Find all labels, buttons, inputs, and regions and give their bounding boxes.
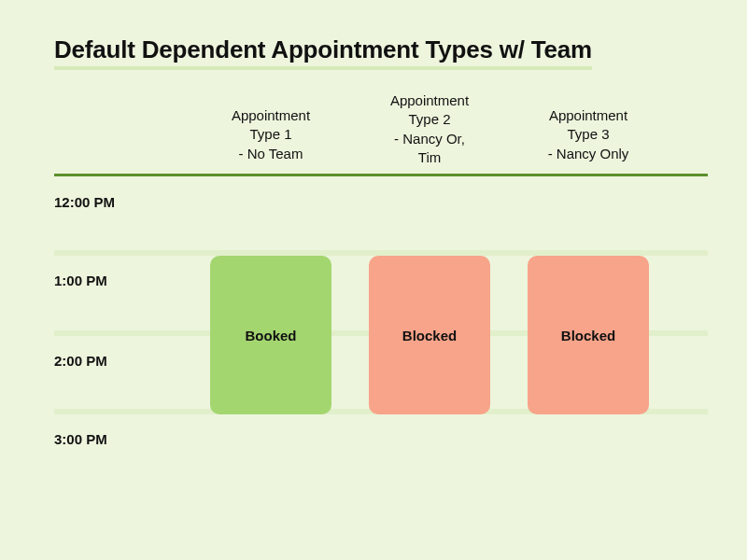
column-header-line: Type 1 bbox=[196, 125, 345, 144]
time-label: 1:00 PM bbox=[54, 273, 107, 288]
column-header-line: Appointment bbox=[514, 106, 663, 125]
appointment-block-blocked: Blocked bbox=[528, 256, 649, 414]
page-title: Default Dependent Appointment Types w/ T… bbox=[54, 35, 592, 70]
column-header-line: Type 3 bbox=[514, 125, 663, 144]
appointment-block-label: Booked bbox=[245, 328, 296, 343]
time-label: 3:00 PM bbox=[54, 431, 107, 447]
column-header-line: - Nancy Or, bbox=[355, 130, 504, 148]
column-header-1: Appointment Type 1 - No Team bbox=[196, 106, 345, 163]
column-header-line: - Nancy Only bbox=[514, 145, 663, 163]
header-divider bbox=[54, 174, 708, 176]
column-header-line: Tim bbox=[355, 148, 504, 167]
appointment-block-label: Blocked bbox=[402, 328, 457, 343]
column-header-line: Type 2 bbox=[355, 110, 504, 129]
page-title-text: Default Dependent Appointment Types w/ T… bbox=[54, 35, 592, 70]
appointment-block-label: Blocked bbox=[561, 328, 615, 343]
appointment-block-booked: Booked bbox=[210, 256, 331, 414]
column-header-3: Appointment Type 3 - Nancy Only bbox=[514, 106, 663, 163]
column-header-line: Appointment bbox=[196, 106, 345, 125]
time-label: 12:00 PM bbox=[54, 194, 115, 210]
time-label: 2:00 PM bbox=[54, 353, 107, 369]
appointment-block-blocked: Blocked bbox=[369, 256, 490, 414]
column-header-line: - No Team bbox=[196, 145, 345, 163]
column-header-line: Appointment bbox=[355, 91, 504, 110]
column-header-2: Appointment Type 2 - Nancy Or, Tim bbox=[355, 91, 504, 167]
